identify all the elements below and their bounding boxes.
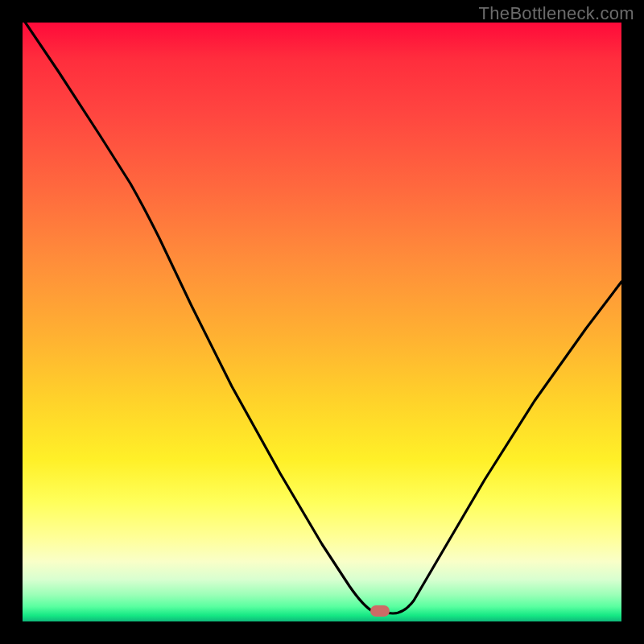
curve-path (23, 23, 621, 613)
watermark-text: TheBottleneck.com (479, 3, 634, 24)
chart-frame: TheBottleneck.com (0, 0, 644, 644)
plot-area (23, 23, 621, 621)
sweet-spot-marker (370, 605, 390, 617)
bottleneck-curve (23, 23, 621, 621)
